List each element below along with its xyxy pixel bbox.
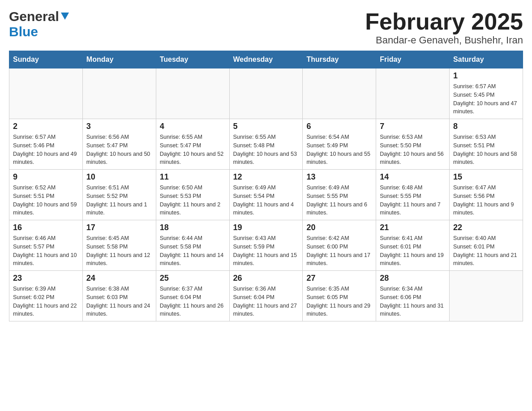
calendar-title: February 2025 [365, 9, 523, 34]
day-info: Sunrise: 6:36 AMSunset: 6:04 PMDaylight:… [233, 285, 299, 318]
daylight-text: Daylight: 10 hours and 49 minutes. [13, 150, 79, 167]
day-info: Sunrise: 6:43 AMSunset: 5:59 PMDaylight:… [233, 234, 299, 268]
day-number: 8 [453, 122, 519, 131]
day-info: Sunrise: 6:48 AMSunset: 5:55 PMDaylight:… [380, 184, 446, 217]
day-number: 23 [13, 274, 79, 283]
day-info: Sunrise: 6:42 AMSunset: 6:00 PMDaylight:… [306, 234, 372, 268]
calendar-day-cell: 3Sunrise: 6:56 AMSunset: 5:47 PMDaylight… [82, 119, 156, 170]
header-sunday: Sunday [9, 51, 83, 68]
sunset-text: Sunset: 5:57 PM [13, 243, 79, 251]
day-info: Sunrise: 6:55 AMSunset: 5:47 PMDaylight:… [160, 133, 226, 167]
daylight-text: Daylight: 11 hours and 9 minutes. [453, 201, 519, 218]
daylight-text: Daylight: 10 hours and 53 minutes. [233, 150, 299, 167]
sunrise-text: Sunrise: 6:53 AM [453, 133, 519, 141]
calendar-body: 1Sunrise: 6:57 AMSunset: 5:45 PMDaylight… [9, 68, 523, 321]
day-info: Sunrise: 6:40 AMSunset: 6:01 PMDaylight:… [453, 234, 519, 268]
day-number: 18 [160, 223, 226, 232]
calendar-day-cell [229, 68, 303, 119]
logo-triangle-icon [61, 13, 69, 22]
calendar-day-cell [82, 68, 156, 119]
sunrise-text: Sunrise: 6:55 AM [160, 133, 226, 141]
daylight-text: Daylight: 11 hours and 21 minutes. [453, 251, 519, 268]
sunrise-text: Sunrise: 6:57 AM [13, 133, 79, 141]
sunrise-text: Sunrise: 6:54 AM [306, 133, 372, 141]
calendar-day-cell [9, 68, 83, 119]
sunset-text: Sunset: 5:55 PM [306, 192, 372, 201]
day-number: 13 [306, 172, 372, 182]
daylight-text: Daylight: 11 hours and 26 minutes. [160, 302, 226, 319]
sunset-text: Sunset: 6:04 PM [233, 293, 299, 302]
sunset-text: Sunset: 5:58 PM [86, 243, 152, 251]
calendar-day-cell: 17Sunrise: 6:45 AMSunset: 5:58 PMDayligh… [82, 220, 156, 271]
sunset-text: Sunset: 6:06 PM [380, 293, 446, 302]
day-number: 22 [453, 223, 519, 232]
calendar-week-row: 1Sunrise: 6:57 AMSunset: 5:45 PMDaylight… [9, 68, 523, 119]
daylight-text: Daylight: 11 hours and 17 minutes. [306, 251, 372, 268]
day-info: Sunrise: 6:39 AMSunset: 6:02 PMDaylight:… [13, 285, 79, 318]
daylight-text: Daylight: 10 hours and 58 minutes. [453, 150, 519, 167]
sunrise-text: Sunrise: 6:48 AM [380, 184, 446, 192]
day-number: 21 [380, 223, 446, 232]
svg-marker-0 [61, 13, 69, 20]
sunrise-text: Sunrise: 6:57 AM [453, 82, 519, 91]
day-number: 20 [306, 223, 372, 232]
day-number: 11 [160, 172, 226, 182]
logo-blue-text: Blue [9, 24, 38, 39]
day-number: 7 [380, 122, 446, 131]
sunrise-text: Sunrise: 6:35 AM [306, 285, 372, 293]
day-info: Sunrise: 6:54 AMSunset: 5:49 PMDaylight:… [306, 133, 372, 167]
daylight-text: Daylight: 10 hours and 56 minutes. [380, 150, 446, 167]
sunset-text: Sunset: 5:47 PM [86, 141, 152, 150]
daylight-text: Daylight: 11 hours and 22 minutes. [13, 302, 79, 319]
calendar-week-row: 2Sunrise: 6:57 AMSunset: 5:46 PMDaylight… [9, 119, 523, 170]
calendar-table: Sunday Monday Tuesday Wednesday Thursday… [9, 51, 523, 321]
calendar-day-cell: 23Sunrise: 6:39 AMSunset: 6:02 PMDayligh… [9, 271, 83, 321]
day-number: 1 [453, 71, 519, 81]
daylight-text: Daylight: 10 hours and 59 minutes. [13, 201, 79, 218]
day-number: 15 [453, 172, 519, 182]
calendar-day-cell: 9Sunrise: 6:52 AMSunset: 5:51 PMDaylight… [9, 170, 83, 220]
day-number: 6 [306, 122, 372, 131]
sunrise-text: Sunrise: 6:49 AM [233, 184, 299, 192]
sunset-text: Sunset: 6:00 PM [306, 243, 372, 251]
day-info: Sunrise: 6:46 AMSunset: 5:57 PMDaylight:… [13, 234, 79, 268]
daylight-text: Daylight: 11 hours and 4 minutes. [233, 201, 299, 218]
day-number: 25 [160, 274, 226, 283]
calendar-day-cell [303, 68, 376, 119]
calendar-day-cell: 7Sunrise: 6:53 AMSunset: 5:50 PMDaylight… [376, 119, 450, 170]
calendar-day-cell: 27Sunrise: 6:35 AMSunset: 6:05 PMDayligh… [303, 271, 376, 321]
calendar-day-cell: 19Sunrise: 6:43 AMSunset: 5:59 PMDayligh… [229, 220, 303, 271]
sunrise-text: Sunrise: 6:52 AM [13, 184, 79, 192]
sunset-text: Sunset: 5:51 PM [453, 141, 519, 150]
day-info: Sunrise: 6:47 AMSunset: 5:56 PMDaylight:… [453, 184, 519, 217]
daylight-text: Daylight: 11 hours and 14 minutes. [160, 251, 226, 268]
sunset-text: Sunset: 5:46 PM [13, 141, 79, 150]
sunset-text: Sunset: 5:55 PM [380, 192, 446, 201]
sunset-text: Sunset: 5:49 PM [306, 141, 372, 150]
sunrise-text: Sunrise: 6:53 AM [380, 133, 446, 141]
calendar-day-cell [376, 68, 450, 119]
sunrise-text: Sunrise: 6:37 AM [160, 285, 226, 293]
sunset-text: Sunset: 5:56 PM [453, 192, 519, 201]
day-number: 3 [86, 122, 152, 131]
daylight-text: Daylight: 10 hours and 47 minutes. [453, 99, 519, 116]
daylight-text: Daylight: 10 hours and 50 minutes. [86, 150, 152, 167]
page-header: General Blue February 2025 Bandar-e Gena… [9, 9, 523, 46]
sunrise-text: Sunrise: 6:56 AM [86, 133, 152, 141]
calendar-day-cell: 8Sunrise: 6:53 AMSunset: 5:51 PMDaylight… [450, 119, 523, 170]
sunrise-text: Sunrise: 6:46 AM [13, 234, 79, 243]
calendar-day-cell: 6Sunrise: 6:54 AMSunset: 5:49 PMDaylight… [303, 119, 376, 170]
day-number: 24 [86, 274, 152, 283]
sunset-text: Sunset: 5:58 PM [160, 243, 226, 251]
sunrise-text: Sunrise: 6:40 AM [453, 234, 519, 243]
sunrise-text: Sunrise: 6:34 AM [380, 285, 446, 293]
day-info: Sunrise: 6:56 AMSunset: 5:47 PMDaylight:… [86, 133, 152, 167]
daylight-text: Daylight: 11 hours and 6 minutes. [306, 201, 372, 218]
calendar-day-cell: 5Sunrise: 6:55 AMSunset: 5:48 PMDaylight… [229, 119, 303, 170]
sunrise-text: Sunrise: 6:38 AM [86, 285, 152, 293]
daylight-text: Daylight: 11 hours and 2 minutes. [160, 201, 226, 218]
calendar-header: Sunday Monday Tuesday Wednesday Thursday… [9, 51, 523, 68]
day-info: Sunrise: 6:37 AMSunset: 6:04 PMDaylight:… [160, 285, 226, 318]
sunset-text: Sunset: 6:04 PM [160, 293, 226, 302]
calendar-subtitle: Bandar-e Genaveh, Bushehr, Iran [365, 34, 523, 46]
